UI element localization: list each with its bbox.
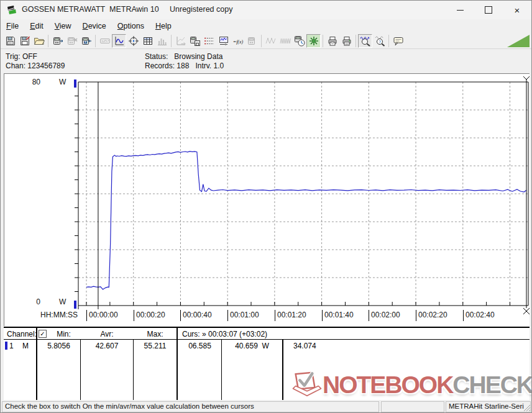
browse-status: Status: Browsing Data bbox=[145, 52, 222, 61]
toolbar-print-preview-button[interactable] bbox=[325, 34, 339, 48]
power-curve-channel1 bbox=[86, 152, 526, 289]
title-bar: GOSSEN METRAWATT METRAwin 10 Unregistere… bbox=[1, 1, 531, 20]
menu-item-options[interactable]: Options bbox=[112, 20, 150, 32]
x-tick-label: 00:00:20 bbox=[134, 310, 165, 321]
table-divider bbox=[36, 328, 37, 400]
minmax-checkbox[interactable]: ✓ bbox=[39, 330, 47, 338]
toolbar-device-write-button[interactable]: M bbox=[79, 34, 93, 48]
toolbar-separator bbox=[171, 35, 172, 47]
y-axis-min-label: 0 bbox=[19, 297, 40, 306]
y-axis-max-label: 80 bbox=[19, 78, 40, 86]
toolbar-save-as-button[interactable] bbox=[17, 34, 32, 48]
toolbar-live-view-button[interactable] bbox=[306, 34, 321, 48]
x-tick-label: 00:01:00 bbox=[227, 310, 259, 321]
window-controls: × bbox=[446, 1, 531, 19]
measurement-table: Channel: ✓ Min: Avr: Max: Curs: » 00:03:… bbox=[4, 327, 530, 400]
toolbar-crosshair-cursor-button[interactable] bbox=[126, 34, 140, 48]
menu-bar: FileEditViewDeviceOptionsHelp bbox=[1, 19, 531, 34]
status-bar: Check the box to switch On the min/avr/m… bbox=[1, 401, 531, 412]
max-column-header: Max: bbox=[134, 330, 177, 338]
resize-grip[interactable] bbox=[522, 403, 531, 412]
svg-text:123: 123 bbox=[249, 37, 254, 40]
toolbar-save-button[interactable] bbox=[3, 34, 17, 48]
power-chart bbox=[4, 74, 530, 327]
svg-text:?: ? bbox=[378, 39, 381, 43]
x-tick-label: 00:02:40 bbox=[463, 310, 495, 321]
channel-column-header: Channel: bbox=[7, 330, 37, 338]
toolbar: M1257=f(x)123? bbox=[1, 33, 531, 49]
toolbar-lcd-display-button[interactable]: 1257 bbox=[98, 34, 112, 48]
channel-list-status: Chan: 123456789 bbox=[6, 61, 65, 70]
info-panel: Trig: OFF Chan: 123456789 Status: Browsi… bbox=[1, 49, 531, 73]
avr-value: 42.607 bbox=[81, 342, 133, 350]
cursor-delta-value: 34.074 bbox=[293, 342, 316, 350]
app-logo-icon bbox=[7, 5, 17, 15]
toolbar-table-view-button[interactable] bbox=[140, 34, 155, 48]
channel-mode: M bbox=[22, 342, 29, 350]
toolbar-histogram-view-button[interactable] bbox=[155, 34, 169, 48]
toolbar-wave-multi-button[interactable] bbox=[278, 34, 292, 48]
toolbar-open-folder-button[interactable] bbox=[32, 34, 46, 48]
cursor-2-top-handle[interactable] bbox=[523, 76, 530, 79]
chart-panel: 80 W 0 W HH:MM:SS 00:00:0000:00:2000:00:… bbox=[4, 73, 530, 326]
toolbar-zoom-info-button[interactable]: ? bbox=[372, 34, 387, 48]
status-empty-panel bbox=[381, 401, 444, 412]
app-name: GOSSEN METRAWATT bbox=[22, 5, 105, 14]
channel-color-marker-bottom bbox=[74, 301, 76, 309]
menu-item-view[interactable]: View bbox=[49, 20, 77, 32]
toolbar-annotation-button[interactable] bbox=[391, 34, 405, 48]
menu-item-device[interactable]: Device bbox=[77, 20, 112, 32]
toolbar-separator bbox=[48, 35, 48, 47]
x-tick-label: 00:00:40 bbox=[180, 310, 212, 321]
table-header-divider bbox=[4, 339, 530, 340]
toolbar-interval-clock-button[interactable] bbox=[292, 34, 306, 48]
status-device-name: METRAHit Starline-Seri bbox=[446, 401, 531, 412]
toolbar-device-read-button[interactable] bbox=[50, 34, 65, 48]
license-text: Unregistered copy bbox=[170, 5, 232, 14]
min-value: 5.8056 bbox=[37, 342, 80, 350]
menu-item-edit[interactable]: Edit bbox=[24, 20, 49, 32]
status-message: Check the box to switch On the min/avr/m… bbox=[2, 401, 379, 412]
table-divider bbox=[177, 328, 178, 400]
toolbar-device-clear-button[interactable] bbox=[65, 34, 79, 48]
cursor1-value: 06.585 bbox=[178, 342, 221, 350]
cursor-2-bottom-handle[interactable] bbox=[523, 308, 530, 314]
toolbar-chart-export-button[interactable] bbox=[173, 34, 188, 48]
toolbar-green-triangle bbox=[507, 35, 530, 47]
metrawin-window: GOSSEN METRAWATT METRAwin 10 Unregistere… bbox=[0, 0, 532, 413]
menu-item-help[interactable]: Help bbox=[150, 20, 177, 32]
minimize-button[interactable] bbox=[446, 1, 474, 19]
records-status: Records: 188 Intrv. 1.0 bbox=[145, 61, 224, 70]
toolbar-device-store-button[interactable] bbox=[188, 34, 202, 48]
menu-item-file[interactable]: File bbox=[1, 20, 24, 32]
toolbar-zoom-mode-button[interactable] bbox=[358, 34, 372, 48]
toolbar-channel-list-button[interactable] bbox=[202, 34, 216, 48]
svg-text:=f(x): =f(x) bbox=[232, 39, 243, 44]
toolbar-formula-button[interactable]: =f(x) bbox=[231, 34, 245, 48]
toolbar-separator bbox=[355, 35, 356, 47]
x-tick-label: 00:02:00 bbox=[369, 310, 400, 321]
toolbar-separator bbox=[95, 35, 96, 47]
trigger-status: Trig: OFF bbox=[6, 52, 37, 61]
channel-number: 1 bbox=[9, 342, 14, 350]
toolbar-separator bbox=[323, 35, 323, 47]
table-divider bbox=[282, 339, 283, 400]
maximize-button[interactable] bbox=[474, 1, 503, 19]
channel-row-color-marker bbox=[5, 342, 7, 350]
cursor-column-header: Curs: » 00:03:07 (+03:02) bbox=[182, 330, 267, 338]
x-tick-label: 00:00:00 bbox=[86, 310, 118, 321]
min-column-header: Min: bbox=[47, 330, 80, 338]
toolbar-wave-single-button[interactable] bbox=[264, 34, 278, 48]
close-button[interactable]: × bbox=[503, 1, 531, 19]
toolbar-device-config-button[interactable]: 123 bbox=[245, 34, 259, 48]
toolbar-separator bbox=[261, 35, 262, 47]
x-tick-label: 00:01:20 bbox=[275, 310, 306, 321]
toolbar-separator bbox=[388, 35, 389, 47]
toolbar-print-button[interactable] bbox=[339, 34, 354, 48]
svg-text:M: M bbox=[83, 40, 86, 44]
svg-text:1257: 1257 bbox=[101, 39, 109, 43]
x-tick-label: 00:01:40 bbox=[322, 310, 354, 321]
toolbar-monitor-config-button[interactable] bbox=[216, 34, 231, 48]
cursor2-value: 40.659 W bbox=[222, 342, 282, 350]
toolbar-chart-view-button[interactable] bbox=[112, 34, 126, 48]
